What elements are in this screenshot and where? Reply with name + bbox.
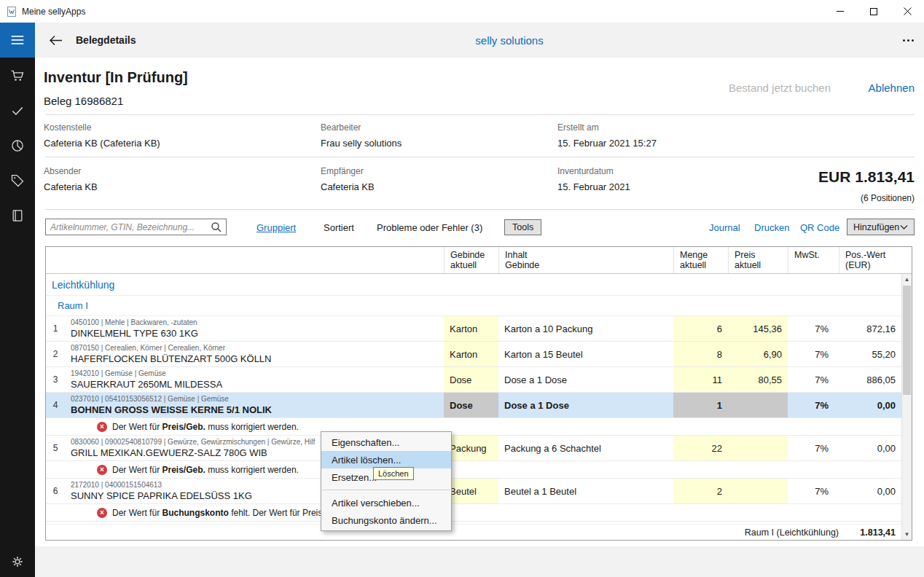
vertical-scrollbar[interactable]: ▲ ▼: [901, 274, 912, 540]
settings-gear-icon[interactable]: [9, 554, 26, 570]
hamburger-menu-button[interactable]: [0, 23, 35, 58]
wert-cell: 0,00: [839, 479, 901, 503]
preis-cell[interactable]: [728, 393, 788, 417]
reject-button[interactable]: Ablehnen: [869, 82, 915, 94]
print-link[interactable]: Drucken: [754, 222, 789, 233]
total-amount: EUR 1.813,41: [818, 168, 915, 186]
error-row: × Der Wert für Preis/Geb. muss korrigier…: [46, 418, 901, 436]
context-menu: Eigenschaften... Artikel löschen... Erse…: [321, 431, 452, 531]
search-icon[interactable]: [206, 221, 226, 232]
search-box: [45, 219, 227, 235]
scroll-up-arrow[interactable]: ▲: [902, 274, 912, 285]
divider: [45, 209, 915, 210]
bottom-strip: [35, 546, 924, 577]
table-row[interactable]: 1 0450100 | Mehle | Backwaren, -zutaten …: [46, 316, 901, 342]
gebinde-cell[interactable]: Beutel: [444, 479, 498, 503]
more-button[interactable]: [903, 23, 914, 58]
preis-cell[interactable]: [728, 479, 788, 503]
table-row[interactable]: 6 2172010 | 04000151504613 SUNNY SPICE P…: [46, 479, 901, 504]
menge-cell[interactable]: 11: [673, 367, 728, 392]
article-name: SAUERKRAUT 2650ML MILDESSA: [71, 379, 438, 390]
problems-filter[interactable]: Probleme oder Fehler (3): [377, 222, 482, 233]
group-total-value: 1.813,41: [839, 527, 901, 538]
mwst-cell: 7%: [788, 342, 839, 366]
column-header-gebinde: Gebinde aktuell: [444, 247, 498, 273]
preis-cell[interactable]: 80,55: [728, 367, 788, 392]
book-stock-button[interactable]: Bestand jetzt buchen: [729, 82, 831, 94]
journal-link[interactable]: Journal: [709, 222, 740, 233]
preis-cell[interactable]: 6,90: [728, 342, 788, 366]
group-row-leichtkuehlung: Leichtkühlung: [46, 274, 901, 296]
scroll-down-arrow[interactable]: ▼: [902, 529, 912, 540]
wert-cell: 0,00: [839, 393, 901, 417]
inhalt-cell: Dose a 1 Dose: [498, 393, 673, 417]
table-row-selected[interactable]: 4 0237010 | 05410153056512 | Gemüse | Ge…: [46, 393, 901, 418]
minimize-icon: [837, 11, 844, 12]
maximize-button[interactable]: [857, 0, 890, 23]
journal-book-icon[interactable]: [9, 208, 26, 224]
price-tag-icon[interactable]: [9, 173, 26, 189]
menu-item-artikel-verschieben[interactable]: Artikel verschieben...: [321, 494, 451, 511]
table-row[interactable]: 5 0830060 | 09002540810799 | Gewürze, Ge…: [46, 436, 901, 461]
gebinde-cell[interactable]: Packung: [444, 436, 498, 460]
menge-cell[interactable]: 1: [673, 393, 728, 417]
gebinde-cell[interactable]: Dose: [444, 393, 498, 417]
column-header-inhalt: Inhalt Gebinde: [498, 247, 673, 273]
back-button[interactable]: [42, 23, 68, 58]
error-icon: ×: [97, 465, 107, 475]
gebinde-cell[interactable]: Karton: [444, 342, 498, 366]
subgroup-row-raum-i: Raum I: [46, 296, 901, 316]
shopping-cart-icon[interactable]: [9, 68, 26, 84]
menge-cell[interactable]: 2: [673, 479, 728, 503]
app-header: Belegdetails selly solutions: [0, 23, 924, 58]
table-row[interactable]: 2 0870150 | Cerealien, Körner | Cerealie…: [46, 342, 901, 367]
preis-cell[interactable]: 145,36: [728, 316, 788, 341]
back-arrow-icon: [49, 35, 63, 46]
wert-cell: 55,20: [839, 342, 901, 366]
gebinde-cell[interactable]: Dose: [444, 367, 498, 392]
add-button[interactable]: Hinzufügen: [847, 219, 915, 235]
column-header-preis: Preis aktuell: [728, 247, 788, 273]
menu-separator: [322, 490, 450, 490]
sorted-toggle[interactable]: Sortiert: [324, 222, 354, 233]
field-kostenstelle: Kostenstelle Cafeteria KB (Cafeteria KB): [44, 122, 160, 149]
app-name: selly solutions: [95, 23, 924, 58]
mwst-cell: 7%: [788, 393, 839, 417]
column-header-mwst: MwSt.: [788, 247, 839, 273]
field-empfaenger: Empfänger Cafeteria KB: [321, 166, 375, 192]
mwst-cell: 7%: [788, 367, 839, 392]
menu-item-artikel-loeschen[interactable]: Artikel löschen...: [321, 451, 451, 468]
mwst-cell: 7%: [788, 479, 839, 503]
scrollbar-thumb[interactable]: [903, 286, 911, 395]
checkmark-icon[interactable]: [9, 103, 26, 119]
menge-cell[interactable]: 22: [673, 436, 728, 460]
inhalt-cell: Karton a 10 Packung: [498, 316, 673, 341]
menge-cell[interactable]: 8: [673, 342, 728, 366]
article-name: BOHNEN GROSS WEISSE KERNE 5/1 NOLIK: [71, 404, 438, 415]
article-meta: 0870150 | Cerealien, Körner | Cerealien,…: [71, 344, 438, 352]
inhalt-cell: Dose a 1 Dose: [498, 367, 673, 392]
article-name: HAFERFLOCKEN BLÜTENZART 500G KÖLLN: [71, 353, 438, 364]
search-input[interactable]: [46, 222, 206, 232]
gebinde-cell[interactable]: Karton: [444, 316, 498, 341]
error-icon: ×: [97, 422, 107, 432]
pie-chart-icon[interactable]: [9, 138, 26, 154]
qr-code-link[interactable]: QR Code: [800, 222, 839, 233]
error-icon: ×: [97, 508, 107, 518]
chevron-down-icon: [900, 224, 908, 230]
menge-cell[interactable]: 6: [673, 316, 728, 341]
preis-cell[interactable]: [728, 436, 788, 460]
wert-cell: 0,00: [839, 436, 901, 460]
grouped-toggle[interactable]: Gruppiert: [257, 222, 296, 233]
table-row[interactable]: 3 1942010 | Gemüse | Gemüse SAUERKRAUT 2…: [46, 367, 901, 393]
close-button[interactable]: [890, 0, 924, 23]
tools-button[interactable]: Tools: [504, 219, 541, 235]
divider: [45, 157, 915, 157]
minimize-button[interactable]: [823, 0, 857, 23]
window-title: Meine sellyApps: [22, 7, 85, 17]
table-header: Gebinde aktuell Inhalt Gebinde Menge akt…: [46, 247, 912, 274]
menu-item-buchungskonto-aendern[interactable]: Buchungskonto ändern...: [321, 511, 451, 529]
menu-item-eigenschaften[interactable]: Eigenschaften...: [321, 433, 451, 451]
field-inventurdatum: Inventurdatum 15. Februar 2021: [557, 166, 630, 192]
positions-count: (6 Positionen): [861, 193, 915, 203]
